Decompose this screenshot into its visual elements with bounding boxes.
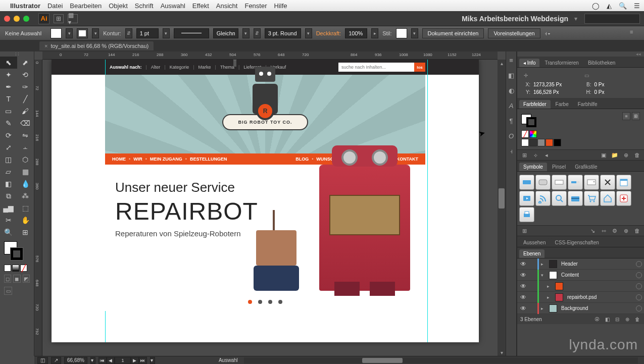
menu-objekt[interactable]: Objekt (109, 2, 128, 10)
artboard-dd-icon[interactable]: ▾ (150, 357, 155, 364)
swatch-gray[interactable] (537, 139, 545, 146)
menu-datei[interactable]: Datei (47, 2, 63, 10)
filter-alter[interactable]: Alter (151, 65, 161, 70)
visibility-icon[interactable]: 👁 (519, 261, 527, 268)
draw-normal-icon[interactable]: ◻ (4, 275, 11, 283)
strip-expand-icon[interactable]: ≡ (507, 55, 516, 66)
menu-list-icon[interactable]: ☰ (634, 2, 640, 10)
width-tool[interactable]: ⫠ (17, 141, 34, 153)
cc-icon[interactable]: ◯ (592, 2, 600, 10)
paintbrush-tool[interactable]: 🖌 (17, 105, 34, 117)
swatch-colorgroup-icon[interactable]: ▣ (600, 151, 608, 159)
layer-row[interactable]: 👁▾Content (517, 270, 644, 281)
style-dd-icon[interactable]: ▾ (411, 28, 418, 38)
artboard-last-icon[interactable]: ⏭ (139, 357, 147, 364)
tab-css[interactable]: CSS-Eigenschaften (551, 238, 603, 247)
opacity-dd-icon[interactable]: ▸ (371, 28, 378, 38)
fill-swatch[interactable] (51, 28, 62, 38)
symbol-add[interactable] (616, 191, 631, 206)
layer-row[interactable]: 👁▸Header (517, 258, 644, 270)
target-icon[interactable] (636, 272, 642, 278)
visibility-icon[interactable]: 👁 (519, 283, 527, 290)
stroke-profile-dd-icon[interactable]: ▾ (242, 28, 250, 38)
zoom-window[interactable] (23, 16, 29, 22)
symbol-close[interactable] (600, 175, 615, 190)
preferences-button[interactable]: Voreinstellungen (488, 28, 540, 38)
scroll-down-icon[interactable]: ▾ (498, 349, 506, 356)
brush-dd-icon[interactable]: ▾ (305, 28, 312, 38)
shape-builder-tool[interactable]: ⬡ (17, 153, 34, 166)
target-icon[interactable] (636, 294, 642, 300)
symbol-print[interactable] (519, 207, 534, 222)
site-search-input[interactable] (338, 63, 414, 72)
symbol-rss[interactable] (535, 191, 551, 206)
swatch-fill-stroke[interactable] (521, 114, 536, 127)
disclosure-icon[interactable]: ▸ (541, 306, 547, 311)
scrollbar-horizontal[interactable] (244, 357, 638, 363)
menu-effekt[interactable]: Effekt (192, 2, 209, 10)
target-icon[interactable] (636, 283, 642, 289)
brush-input[interactable] (265, 28, 301, 38)
zoom-tool[interactable]: 🔍 (0, 226, 17, 238)
rotate-tool[interactable]: ⟳ (0, 129, 17, 141)
app-name[interactable]: Illustrator (10, 2, 40, 10)
layer-row[interactable]: 👁▸Background (517, 303, 644, 314)
carousel-dot-2[interactable] (258, 300, 262, 304)
opacity-input[interactable] (345, 28, 367, 38)
swatch-options-icon[interactable]: ◂ (542, 151, 551, 159)
new-sublayer-icon[interactable]: ⊟ (614, 317, 621, 322)
slice-tool[interactable]: ✂ (0, 214, 17, 226)
swatch-kind-icon[interactable]: ⟡ (531, 151, 539, 159)
zoom-dd-icon[interactable]: ▾ (90, 357, 95, 364)
lasso-tool[interactable]: ⟲ (17, 69, 34, 81)
swatch-black[interactable] (554, 139, 561, 146)
layer-name[interactable]: Background (559, 305, 634, 311)
menu-hilfe[interactable]: Hilfe (274, 2, 287, 10)
symbol-button[interactable] (535, 175, 551, 190)
direct-selection-tool[interactable]: ⬈ (17, 57, 34, 69)
swatch-white[interactable] (521, 139, 529, 146)
strip-paragraph-icon[interactable]: ¶ (507, 115, 516, 126)
scale-tool[interactable]: ⤢ (0, 141, 17, 153)
disclosure-icon[interactable]: ▸ (547, 284, 553, 289)
symbol-delete-icon[interactable]: 🗑 (633, 227, 641, 235)
tab-symbole[interactable]: Symbole (519, 163, 547, 171)
workspace-name[interactable]: Miks Arbeitsbereich Webdesign (462, 15, 568, 23)
symbol-label[interactable] (519, 175, 534, 190)
export-icon[interactable]: ↗ (51, 357, 61, 364)
layer-name[interactable]: Content (559, 272, 634, 278)
filter-marke[interactable]: Marke (199, 65, 211, 70)
gdrive-icon[interactable]: ◭ (607, 2, 612, 10)
tools-grip[interactable]: ⫶⫶ (0, 51, 34, 57)
ruler-vertical[interactable]: 0 72 144 216 288 360 576 648 720 792 (34, 60, 42, 356)
eraser-tool[interactable]: ⌫ (17, 117, 34, 129)
document-tab[interactable]: × toy_site.ai bei 66,68 % (RGB/Vorschau) (39, 41, 154, 50)
selection-tool[interactable]: ⬉ (0, 57, 17, 69)
close-window[interactable] (4, 16, 10, 22)
menu-fenster[interactable]: Fenster (244, 2, 267, 10)
symbol-home[interactable] (600, 191, 615, 206)
menu-schrift[interactable]: Schrift (135, 2, 154, 10)
swatch-registration[interactable] (529, 130, 537, 138)
tab-grafikstile[interactable]: Grafikstile (571, 163, 601, 171)
stroke-stepper-icon[interactable]: ⇵ (125, 28, 132, 38)
symbol-break-icon[interactable]: ⇿ (600, 227, 608, 235)
print-tiling-tool[interactable]: ⊞ (17, 226, 34, 238)
none-mode-icon[interactable]: ╱ (20, 265, 27, 272)
target-icon[interactable] (636, 261, 642, 267)
panels-collapse-icon[interactable]: ◂◂ (517, 51, 644, 57)
layer-row[interactable]: 👁▸ (517, 281, 644, 292)
disclosure-icon[interactable]: ▾ (541, 273, 547, 278)
nav-bestellungen[interactable]: BESTELLUNGEN (190, 157, 227, 162)
visibility-icon[interactable]: 👁 (519, 294, 527, 301)
tab-farbe[interactable]: Farbe (552, 100, 573, 109)
graph-tool[interactable]: ▄▆ (0, 202, 17, 214)
line-tool[interactable]: ╱ (17, 93, 34, 105)
spotlight-icon[interactable]: 🔍 (619, 2, 627, 10)
stroke-swatch[interactable] (77, 28, 88, 38)
strip-opentype-icon[interactable]: O (507, 130, 516, 141)
carousel-dot-1[interactable] (248, 300, 252, 304)
tab-farbfelder[interactable]: Farbfelder (519, 100, 551, 109)
visibility-icon[interactable]: 👁 (519, 272, 527, 279)
artboard-viewport[interactable]: Auswahl nach: |Alter |Kategorie |Marke |… (42, 60, 498, 356)
